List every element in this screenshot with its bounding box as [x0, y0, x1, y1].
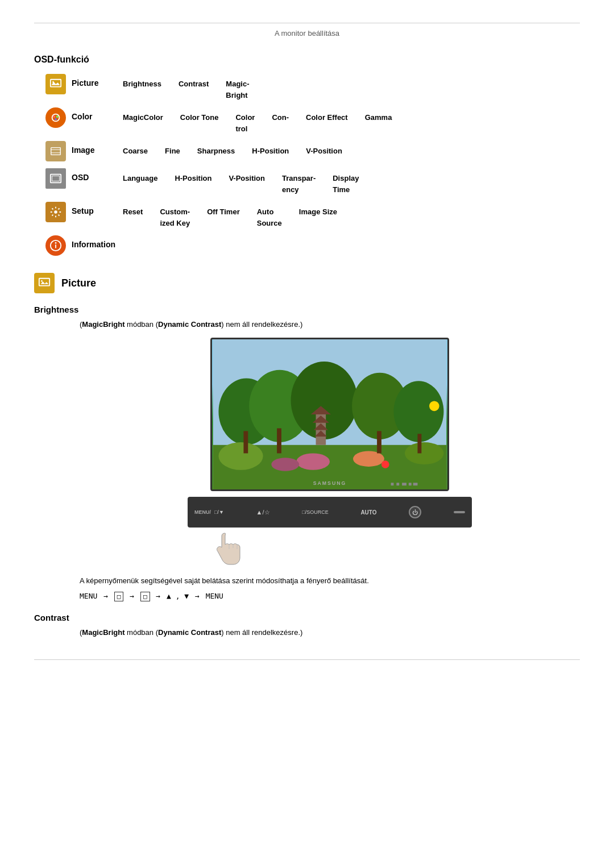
osd-item: H-Position — [175, 173, 211, 195]
svg-rect-35 — [277, 428, 281, 453]
osd-item: Off Timer — [207, 206, 240, 229]
osd-row-setup: Setup Reset Custom-ized Key Off Timer Au… — [45, 202, 580, 229]
arrow-label: ▲/☆ — [256, 509, 270, 516]
minus-button — [454, 511, 465, 513]
source-label: □/SOURCE — [302, 509, 328, 515]
osd-label: OSD — [72, 168, 123, 182]
svg-rect-37 — [417, 434, 421, 453]
osd-table: Picture Brightness Contrast Magic-Bright… — [45, 74, 580, 256]
box-icon2: □ — [140, 592, 150, 601]
svg-point-28 — [353, 451, 384, 467]
osd-item: Con- — [272, 112, 289, 134]
monitor-screen: SAMSUNG — [210, 338, 449, 491]
setup-label: Setup — [72, 202, 123, 215]
svg-point-14 — [55, 242, 57, 244]
svg-point-1 — [52, 81, 54, 83]
contrast-magicbright-label: MagicBright — [82, 628, 125, 637]
picture-items: Brightness Contrast Magic-Bright — [123, 74, 250, 101]
osd-item: Custom-ized Key — [160, 206, 190, 229]
osd-row-image: Image Coarse Fine Sharpness H-Position V… — [45, 141, 580, 161]
osd-item: Language — [123, 173, 157, 195]
svg-text:SAMSUNG: SAMSUNG — [313, 480, 347, 486]
hand-cursor-container — [188, 528, 472, 567]
top-rule — [34, 23, 580, 23]
svg-point-3 — [53, 115, 55, 118]
svg-rect-34 — [243, 431, 248, 453]
monitor-illustration: SAMSUNG MENU/ □/▼ ▲/☆ □/SOURCE — [80, 338, 580, 567]
osd-item: Fine — [165, 146, 180, 157]
box-icon1: □ — [114, 592, 124, 601]
osd-row-osd: OSD Language H-Position V-Position Trans… — [45, 168, 580, 195]
svg-rect-44 — [409, 483, 412, 485]
svg-rect-43 — [402, 483, 406, 485]
image-icon — [45, 141, 66, 161]
image-label: Image — [72, 141, 123, 155]
osd-item: Color Effect — [306, 112, 348, 134]
osd-item: Brightness — [123, 78, 161, 101]
power-button[interactable]: ⏻ — [409, 506, 421, 518]
osd-item: Transpar-ency — [282, 173, 316, 195]
hand-cursor-icon — [205, 528, 244, 567]
osd-item: Sharpness — [197, 146, 235, 157]
svg-point-5 — [55, 118, 57, 121]
bottom-rule — [34, 659, 580, 660]
contrast-note: (MagicBright módban (Dynamic Contrast) n… — [80, 628, 580, 637]
svg-point-22 — [393, 381, 443, 442]
ctrl-group-mid: ▲/☆ — [256, 509, 270, 516]
power-icon: ⏻ — [412, 509, 418, 516]
osd-row-picture: Picture Brightness Contrast Magic-Bright — [45, 74, 580, 101]
osd-item: DisplayTime — [333, 173, 359, 195]
picture-icon-large — [34, 273, 55, 293]
contrast-title: Contrast — [34, 613, 580, 622]
svg-point-4 — [56, 115, 59, 118]
svg-point-25 — [405, 442, 443, 464]
osd-item: Coarse — [123, 146, 148, 157]
color-items: MagicColor Color Tone Colortrol Con- Col… — [123, 107, 392, 134]
pagoda-scene: SAMSUNG — [212, 339, 447, 489]
brightness-desc: A képernyőmenük segítségével saját belát… — [80, 576, 580, 585]
picture-icon — [45, 74, 66, 94]
osd-section-title: OSD-funkció — [34, 55, 580, 65]
svg-point-27 — [271, 458, 299, 471]
setup-items: Reset Custom-ized Key Off Timer AutoSour… — [123, 202, 337, 229]
svg-rect-36 — [377, 431, 381, 453]
picture-section-title: Picture — [61, 277, 96, 289]
osd-item: MagicColor — [123, 112, 163, 134]
brightness-title: Brightness — [34, 305, 580, 314]
picture-heading: Picture — [34, 273, 580, 293]
osd-item: Reset — [123, 206, 143, 229]
osd-item: Contrast — [179, 78, 209, 101]
enter-label: □/▼ — [214, 509, 224, 515]
osd-items: Language H-Position V-Position Transpar-… — [123, 168, 359, 195]
svg-rect-0 — [51, 80, 61, 87]
svg-rect-15 — [39, 279, 49, 286]
image-items: Coarse Fine Sharpness H-Position V-Posit… — [123, 141, 342, 157]
info-icon — [45, 235, 66, 256]
osd-item: H-Position — [252, 146, 289, 157]
svg-point-26 — [296, 453, 330, 470]
osd-item: V-Position — [306, 146, 342, 157]
osd-item: Colortrol — [235, 112, 255, 134]
dynamic-contrast-label: Dynamic Contrast — [158, 320, 221, 329]
menu-label: MENU/ — [194, 509, 211, 515]
ctrl-group-source: □/SOURCE — [302, 509, 328, 515]
osd-row-color: Color MagicColor Color Tone Colortrol Co… — [45, 107, 580, 134]
osd-item: Magic-Bright — [226, 78, 249, 101]
auto-label: AUTO — [360, 509, 376, 516]
osd-item: V-Position — [229, 173, 265, 195]
setup-icon — [45, 202, 66, 222]
svg-rect-41 — [391, 483, 394, 485]
magicbright-label: MagicBright — [82, 320, 125, 329]
svg-rect-45 — [413, 483, 418, 485]
ctrl-group-left: MENU/ □/▼ — [194, 509, 224, 515]
information-text: Information — [72, 240, 115, 249]
page-header: A monitor beállítása — [34, 29, 580, 38]
svg-point-39 — [381, 460, 389, 468]
contrast-dynamic-label: Dynamic Contrast — [158, 628, 221, 637]
osd-item: AutoSource — [257, 206, 282, 229]
ctrl-group-auto: AUTO — [360, 509, 376, 516]
color-label: Color — [72, 107, 123, 121]
svg-point-24 — [218, 442, 263, 470]
svg-rect-6 — [51, 148, 61, 155]
svg-point-11 — [54, 210, 57, 214]
